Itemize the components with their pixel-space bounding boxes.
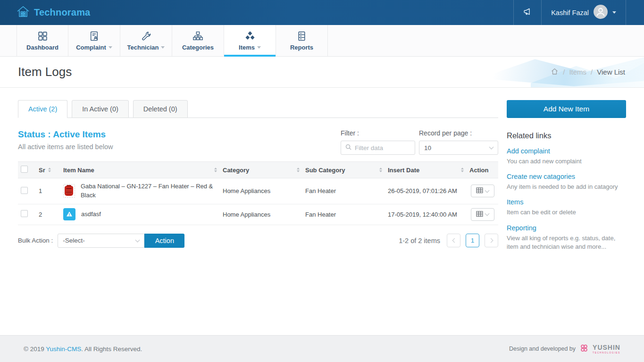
- brand[interactable]: Technorama: [0, 0, 90, 25]
- nav-item-items[interactable]: Items: [224, 25, 276, 56]
- breadcrumb-separator: /: [591, 68, 593, 76]
- pagination-prev-button[interactable]: [447, 234, 460, 247]
- nav-label: Complaint: [76, 44, 106, 51]
- row-action-dropdown[interactable]: [471, 208, 494, 221]
- chevron-down-icon: [485, 211, 490, 216]
- brand-name: Technorama: [34, 7, 90, 18]
- nav-item-categories[interactable]: Categories: [172, 25, 224, 56]
- row-sub-category: Fan Heater: [305, 187, 336, 194]
- nav-item-technician[interactable]: Technician: [120, 25, 172, 56]
- credit-text: Design and developed by: [509, 345, 576, 352]
- item-thumbnail-photo: [63, 184, 75, 198]
- sort-icon[interactable]: [297, 168, 300, 172]
- nav-label: Technician: [127, 44, 159, 51]
- column-header[interactable]: Category: [223, 167, 249, 174]
- item-name: Gaba National – GN-1227 – Fan Heater – R…: [81, 182, 217, 200]
- breadcrumb-current: View List: [597, 68, 625, 76]
- home-icon[interactable]: [551, 67, 559, 77]
- cubes-icon: [245, 31, 255, 41]
- nav-item-reports[interactable]: Reports: [276, 25, 328, 56]
- copyright-prefix: © 2019: [24, 345, 46, 353]
- announcements-button[interactable]: [513, 0, 541, 25]
- bulk-action-button[interactable]: Action: [144, 234, 184, 248]
- column-header[interactable]: Sr: [39, 167, 45, 174]
- bulk-action-select[interactable]: -Select-: [58, 234, 144, 248]
- search-icon: [345, 143, 352, 152]
- topbar-end: [626, 0, 644, 25]
- column-header: Action: [469, 167, 488, 174]
- developer-credit: Design and developed by YUSHIN TECHNOLOG…: [509, 344, 620, 354]
- pagination-next-button[interactable]: [485, 234, 498, 247]
- related-link-desc: Item can be edit or delete: [507, 208, 625, 217]
- breadcrumb: / Items / View List: [551, 67, 625, 77]
- column-header[interactable]: Item Name: [63, 167, 94, 174]
- table-grid-icon: [476, 187, 483, 195]
- nav-label: Reports: [290, 44, 313, 51]
- table-row: 2 asdfasf Home Appliances Fan Heater: [18, 204, 498, 225]
- top-header-bar: Technorama Kashif Fazal: [0, 0, 644, 25]
- record-per-page-select[interactable]: 10: [419, 141, 498, 155]
- breadcrumb-separator: /: [563, 68, 565, 76]
- filter-input[interactable]: [355, 144, 407, 152]
- row-action-dropdown[interactable]: [471, 185, 494, 197]
- select-all-checkbox[interactable]: [21, 166, 28, 173]
- table-row: 1 Gaba National – GN-1227 – Fan Heater –…: [18, 178, 498, 204]
- related-link: Reporting View all king of reports e.g. …: [507, 224, 626, 251]
- page-title: Item Logs: [18, 65, 72, 79]
- tab-deleted[interactable]: Deleted (0): [133, 100, 188, 118]
- wrench-icon: [141, 31, 151, 41]
- tab-active[interactable]: Active (2): [18, 100, 67, 118]
- brand-house-icon: [16, 5, 30, 21]
- breadcrumb-items[interactable]: Items: [569, 68, 586, 76]
- add-new-item-button[interactable]: Add New Item: [507, 100, 626, 118]
- right-sidebar: Add New Item Related links Add complaint…: [507, 100, 626, 335]
- related-link-title[interactable]: Create new catagories: [507, 173, 626, 180]
- chevron-down-icon: [257, 46, 261, 49]
- main-navigation: Dashboard Complaint Technician: [0, 25, 644, 57]
- avatar: [594, 5, 608, 21]
- chevron-down-icon: [489, 145, 494, 150]
- dashboard-grid-icon: [38, 31, 48, 41]
- column-header[interactable]: Sub Category: [305, 167, 345, 174]
- row-sr: 2: [39, 211, 42, 218]
- bulk-action-label: Bulk Action :: [18, 237, 53, 244]
- chevron-left-icon: [452, 238, 457, 243]
- tab-inactive[interactable]: In Active (0): [72, 100, 129, 118]
- related-link-desc: Any item is needed to be add in catagory: [507, 183, 625, 191]
- chevron-down-icon: [109, 46, 112, 49]
- filter-group: Filter :: [341, 129, 415, 155]
- sort-icon[interactable]: [379, 168, 382, 172]
- pagination-summary: 1-2 of 2 items: [399, 237, 440, 244]
- nav-item-complaint[interactable]: Complaint: [68, 25, 120, 56]
- sort-icon[interactable]: [48, 168, 51, 172]
- pagination: 1-2 of 2 items 1: [184, 234, 498, 247]
- row-checkbox[interactable]: [21, 187, 28, 194]
- nav-item-dashboard[interactable]: Dashboard: [17, 25, 68, 56]
- item-name: asdfasf: [81, 210, 101, 219]
- related-links-heading: Related links: [507, 131, 626, 140]
- related-link-title[interactable]: Reporting: [507, 224, 626, 232]
- sitemap-icon: [193, 31, 203, 41]
- sort-icon[interactable]: [461, 168, 464, 172]
- related-link: Create new catagories Any item is needed…: [507, 173, 626, 191]
- user-menu[interactable]: Kashif Fazal: [541, 0, 626, 25]
- record-per-page-label: Record per page :: [419, 129, 498, 137]
- row-checkbox[interactable]: [21, 210, 28, 217]
- record-per-page-value: 10: [424, 144, 431, 152]
- yushin-cms-link[interactable]: Yushin-CMS: [46, 345, 81, 353]
- related-link-title[interactable]: Add complaint: [507, 147, 626, 155]
- related-link-desc: You can add new complaint: [507, 157, 625, 166]
- related-link: Add complaint You can add new complaint: [507, 147, 626, 166]
- column-header[interactable]: Insert Date: [388, 167, 419, 174]
- status-heading: Status : Active Items: [18, 129, 337, 140]
- nav-label: Dashboard: [26, 44, 59, 51]
- list-controls: Status : Active Items All active items a…: [18, 129, 498, 155]
- table-grid-icon: [476, 210, 483, 219]
- sort-icon[interactable]: [214, 168, 217, 172]
- related-link-desc: View all king of reports e.g. status, da…: [507, 234, 625, 251]
- nav-label: Items: [239, 44, 255, 51]
- chevron-right-icon: [488, 238, 493, 243]
- related-link-title[interactable]: Items: [507, 198, 626, 206]
- page-head: Item Logs / Items / View List: [0, 57, 644, 88]
- pagination-page-1[interactable]: 1: [466, 234, 479, 247]
